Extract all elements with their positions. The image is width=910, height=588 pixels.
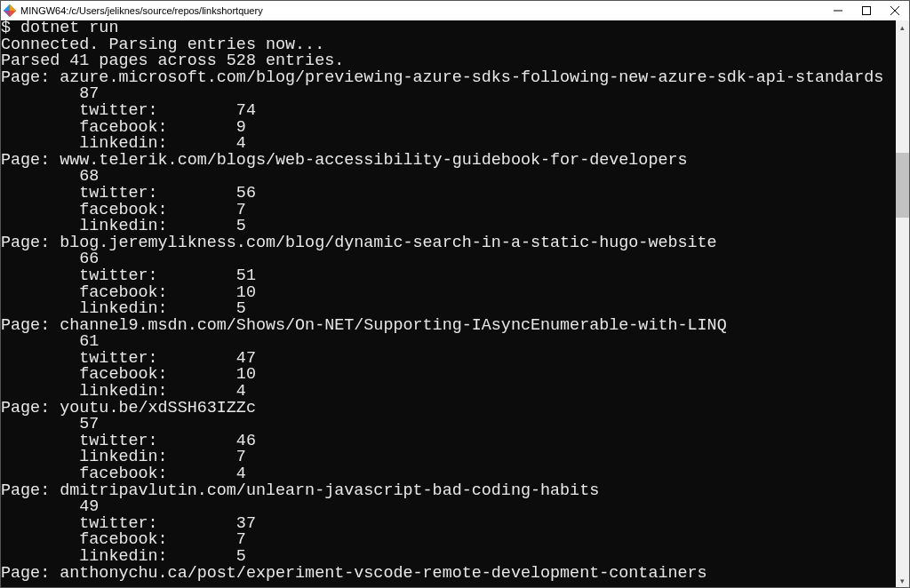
terminal-line: linkedin: 5 <box>1 549 896 566</box>
scroll-up-icon[interactable]: ▴ <box>896 20 909 34</box>
terminal-line: Page: anthonychu.ca/post/experiment-vsco… <box>1 566 896 583</box>
terminal-line: Page: www.telerik.com/blogs/web-accessib… <box>1 153 896 170</box>
terminal-line: Page: azure.microsoft.com/blog/previewin… <box>1 70 896 87</box>
terminal-line: Page: youtu.be/xdSSH63IZZc <box>1 401 896 417</box>
terminal-line: twitter: 74 <box>1 103 896 120</box>
terminal-line: linkedin: 5 <box>1 219 896 235</box>
terminal-line: linkedin: 4 <box>1 136 896 153</box>
terminal-line: Parsed 41 pages across 528 entries. <box>1 53 896 70</box>
scroll-down-icon[interactable]: ▾ <box>896 574 909 587</box>
minimize-button[interactable] <box>824 1 852 20</box>
svg-rect-5 <box>863 7 871 15</box>
terminal-line: linkedin: 5 <box>1 301 896 318</box>
terminal-line: Page: dmitripavlutin.com/unlearn-javascr… <box>1 483 896 500</box>
terminal-line: Page: blog.jeremylikness.com/blog/dynami… <box>1 235 896 252</box>
titlebar[interactable]: MINGW64:/c/Users/jeliknes/source/repos/l… <box>1 1 909 20</box>
terminal-window: MINGW64:/c/Users/jeliknes/source/repos/l… <box>0 0 910 588</box>
mingw-icon <box>3 4 17 18</box>
terminal-line: linkedin: 4 <box>1 384 896 401</box>
vertical-scrollbar[interactable]: ▴ ▾ <box>896 20 909 587</box>
maximize-button[interactable] <box>852 1 881 20</box>
terminal-output[interactable]: $ dotnet runConnected. Parsing entries n… <box>1 20 896 587</box>
scroll-thumb[interactable] <box>896 153 909 218</box>
close-button[interactable] <box>881 1 909 20</box>
terminal-line: twitter: 51 <box>1 268 896 285</box>
window-controls <box>824 1 909 20</box>
terminal-line: Page: channel9.msdn.com/Shows/On-NET/Sup… <box>1 318 896 335</box>
terminal-line: $ dotnet run <box>1 20 896 37</box>
svg-marker-3 <box>4 11 16 17</box>
window-title: MINGW64:/c/Users/jeliknes/source/repos/l… <box>20 5 824 16</box>
terminal-line: facebook: 4 <box>1 466 896 483</box>
scroll-track[interactable] <box>896 34 909 574</box>
terminal-line: twitter: 56 <box>1 186 896 203</box>
client-area: $ dotnet runConnected. Parsing entries n… <box>1 20 909 587</box>
